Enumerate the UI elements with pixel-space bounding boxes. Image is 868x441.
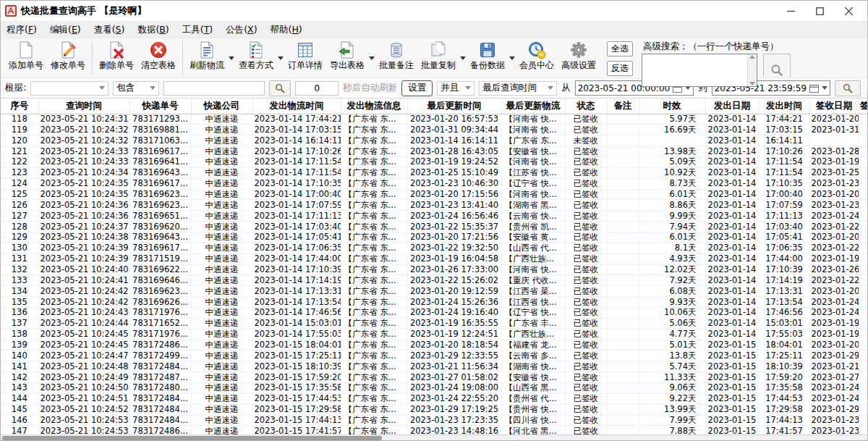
- toolbar-dropdown-refresh-doc[interactable]: [228, 40, 235, 76]
- table-row[interactable]: 1422023-05-21 10:24:49783172487...中通速递20…: [1, 372, 867, 383]
- toolbar-button-view-checklist[interactable]: 查看方式: [235, 40, 277, 76]
- cell: 【广东省 东...: [341, 222, 407, 232]
- close-button[interactable]: [834, 1, 863, 20]
- column-header-15[interactable]: 签收时间: [859, 98, 867, 114]
- toolbar-button-backup-disk[interactable]: 备份数据: [467, 40, 509, 76]
- settings-button[interactable]: 设置: [401, 80, 433, 96]
- column-header-11[interactable]: 时效: [639, 98, 705, 114]
- field-select[interactable]: [30, 81, 109, 96]
- table-row[interactable]: 1332023-05-21 10:24:41783169646...中通速递20…: [1, 275, 867, 286]
- horizontal-scrollbar[interactable]: [1, 434, 867, 440]
- toolbar-button-refresh-doc[interactable]: 刷新物流: [186, 40, 228, 76]
- table-row[interactable]: 1462023-05-21 10:24:53783172484...中通速递20…: [1, 415, 867, 426]
- toolbar-button-batch-note[interactable]: 批量备注: [375, 40, 417, 76]
- auto-refresh-seconds-input[interactable]: [295, 81, 339, 96]
- toolbar-button-label: 高级设置: [561, 60, 596, 70]
- table-row[interactable]: 1262023-05-21 10:24:36783169623...中通速递20…: [1, 200, 867, 211]
- cell: 2023-01-24 19:16:40: [407, 307, 501, 318]
- column-header-9[interactable]: 状态: [565, 98, 607, 114]
- toolbar-button-export-doc[interactable]: 导出表格: [326, 40, 368, 76]
- table-row[interactable]: 1392023-05-21 10:24:45783172486...中通速递20…: [1, 340, 867, 350]
- table-row[interactable]: 1182023-05-21 10:24:31783171293...中通速递20…: [1, 114, 867, 125]
- table-row[interactable]: 1312023-05-21 10:24:39783171519...中通速递20…: [1, 253, 867, 264]
- table-row[interactable]: 1442023-05-21 10:24:51783172484...中通速递20…: [1, 393, 867, 404]
- toolbar-button-settings-gear[interactable]: 高级设置: [558, 40, 600, 76]
- menu-item-3[interactable]: 查看(S): [94, 24, 125, 36]
- select-all-button[interactable]: 全选: [607, 41, 633, 56]
- minimize-button[interactable]: [776, 1, 805, 20]
- column-header-12[interactable]: 发出日期: [705, 98, 759, 114]
- cell: 2023-01-14 17:44:21: [252, 114, 341, 125]
- toolbar-dropdown-view-checklist[interactable]: [277, 40, 284, 76]
- table-row[interactable]: 1292023-05-21 10:24:38783169643...中通速递20…: [1, 232, 867, 243]
- table-row[interactable]: 1362023-05-21 10:24:43783171976...中通速递20…: [1, 307, 867, 318]
- toolbar-button-page-delete[interactable]: 删除单号: [95, 40, 137, 76]
- time-field-select[interactable]: 最后查询时间: [479, 81, 557, 96]
- filter-search-button[interactable]: [269, 80, 291, 96]
- column-header-7[interactable]: 最后更新时间: [407, 98, 501, 114]
- scrollbar-thumb[interactable]: [2, 436, 382, 440]
- menu-item-6[interactable]: 公告(X): [226, 24, 257, 36]
- advanced-search-textarea[interactable]: [642, 54, 757, 87]
- toolbar-button-batch-copy[interactable]: 批量复制: [417, 40, 459, 76]
- time-search-button[interactable]: [835, 80, 861, 96]
- chevron-down-icon: [99, 86, 105, 90]
- menu-item-1[interactable]: 程序(F): [7, 24, 37, 36]
- menu-item-5[interactable]: 工具(T): [182, 24, 213, 36]
- table-row[interactable]: 1232023-05-21 10:24:34783169643...中通速递20…: [1, 167, 867, 178]
- table-row[interactable]: 1222023-05-21 10:24:33783169641...中通速递20…: [1, 156, 867, 167]
- column-header-1[interactable]: 序号: [1, 98, 38, 114]
- cell: 7.94天: [639, 222, 705, 232]
- cell: [607, 156, 639, 167]
- column-header-6[interactable]: 发出物流信息: [341, 98, 407, 114]
- toolbar-dropdown-batch-copy[interactable]: [459, 40, 467, 76]
- column-header-2[interactable]: 查询时间: [38, 98, 129, 114]
- menu-item-4[interactable]: 数据(B): [137, 24, 169, 36]
- table-row[interactable]: 1402023-05-21 10:24:47783172499...中通速递20…: [1, 350, 867, 361]
- cell: 147: [1, 426, 38, 434]
- table-row[interactable]: 1272023-05-21 10:24:36783169651...中通速递20…: [1, 211, 867, 222]
- column-header-10[interactable]: 备注: [607, 98, 639, 114]
- column-header-4[interactable]: 快递公司: [191, 98, 252, 114]
- cell: 17:44:00: [759, 253, 809, 264]
- toolbar-button-order-detail[interactable]: 订单详情: [284, 40, 326, 76]
- menu-item-7[interactable]: 帮助(H): [271, 24, 302, 36]
- invert-select-button[interactable]: 反选: [607, 61, 633, 76]
- table-row[interactable]: 1212023-05-21 10:24:33783169617...中通速递20…: [1, 146, 867, 157]
- textarea-scrollbar[interactable]: [747, 54, 757, 86]
- table-row[interactable]: 1342023-05-21 10:24:42783169623...中通速递20…: [1, 286, 867, 297]
- cell: 17:35:58: [759, 382, 809, 393]
- table-row[interactable]: 1412023-05-21 10:24:48783172484...中通速递20…: [1, 361, 867, 372]
- column-header-13[interactable]: 发出时间: [759, 98, 809, 114]
- table-row[interactable]: 1372023-05-21 10:24:44783171652...中通速递20…: [1, 318, 867, 329]
- table-row[interactable]: 1432023-05-21 10:24:50783172480...中通速递20…: [1, 382, 867, 393]
- table-row[interactable]: 1242023-05-21 10:24:35783169617...中通速递20…: [1, 178, 867, 189]
- table-row[interactable]: 1352023-05-21 10:24:42783169626...中通速递20…: [1, 297, 867, 308]
- column-header-8[interactable]: 最后更新物流: [501, 98, 565, 114]
- column-header-3[interactable]: 快递单号: [129, 98, 191, 114]
- table-row[interactable]: 1472023-05-21 10:24:53783172486...中通速递20…: [1, 426, 867, 434]
- toolbar-button-page-add[interactable]: 添加单号: [5, 40, 47, 76]
- cell: 2023-01-23 17:23:35: [407, 415, 501, 426]
- menu-item-2[interactable]: 编辑(E): [50, 24, 81, 36]
- table-row[interactable]: 1302023-05-21 10:24:39783169617...中通速递20…: [1, 243, 867, 253]
- operator-select[interactable]: 包含: [113, 81, 159, 96]
- table-row[interactable]: 1282023-05-21 10:24:37783169620...中通速递20…: [1, 222, 867, 232]
- column-header-14[interactable]: 签收日期: [809, 98, 859, 114]
- toolbar-dropdown-export-doc[interactable]: [368, 40, 375, 76]
- toolbar-button-member-center[interactable]: 会员中心: [516, 40, 558, 76]
- table-row[interactable]: 1322023-05-21 10:24:40783169622...中通速递20…: [1, 264, 867, 275]
- table-row[interactable]: 1252023-05-21 10:24:35783169623...中通速递20…: [1, 189, 867, 200]
- column-header-5[interactable]: 发出物流时间: [252, 98, 341, 114]
- auto-refresh-label: 秒后自动刷新: [343, 82, 397, 94]
- and-or-select[interactable]: 并且: [437, 81, 475, 96]
- toolbar-button-pencil-edit[interactable]: 修改单号: [47, 40, 89, 76]
- table-row[interactable]: 1192023-05-21 10:24:32783169881...中通速递20…: [1, 125, 867, 135]
- table-row[interactable]: 1382023-05-21 10:24:45783171976...中通速递20…: [1, 329, 867, 340]
- toolbar-button-clear-circle[interactable]: 清空表格: [137, 40, 179, 76]
- maximize-button[interactable]: [805, 1, 834, 20]
- table-row[interactable]: 1202023-05-21 10:24:32783171063...中通速递20…: [1, 135, 867, 146]
- toolbar-dropdown-backup-disk[interactable]: [509, 40, 516, 76]
- keyword-input[interactable]: [163, 81, 265, 96]
- table-row[interactable]: 1452023-05-21 10:24:52783172484...中通速递20…: [1, 404, 867, 415]
